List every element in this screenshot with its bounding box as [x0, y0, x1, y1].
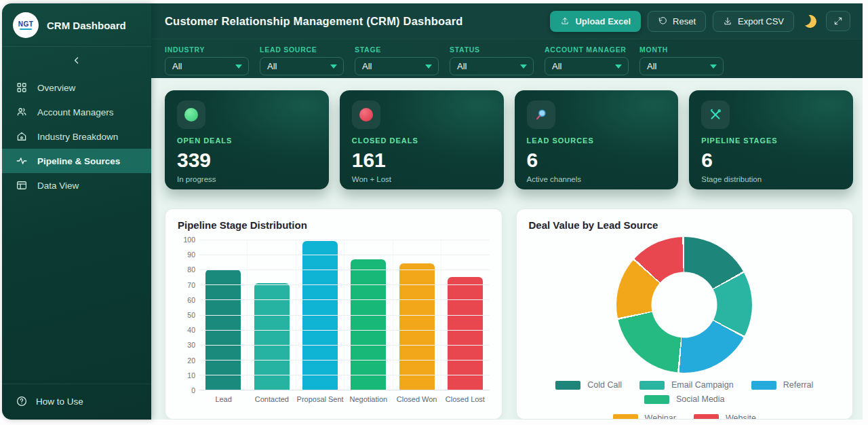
kpi-label: OPEN DEALS: [177, 136, 317, 145]
home-icon: [16, 130, 28, 143]
sidebar-item-label: Overview: [37, 83, 75, 93]
stage-select[interactable]: All: [355, 57, 439, 75]
sidebar-item-data-view[interactable]: Data View: [2, 173, 151, 198]
y-tick-label: 70: [187, 281, 195, 289]
caret-down-icon: [425, 64, 432, 69]
top-bar: Customer Relationship Management (CRM) D…: [151, 3, 863, 39]
kpi-value: 6: [701, 149, 841, 172]
gridline: [199, 270, 490, 270]
charts-row: Pipeline Stage Distribution 010203040506…: [165, 208, 853, 420]
kpi-label: LEAD SOURCES: [527, 136, 667, 145]
y-tick-label: 80: [187, 265, 195, 274]
caret-down-icon: [330, 64, 337, 69]
legend-label: Referral: [783, 380, 813, 390]
legend-swatch: [555, 381, 580, 390]
filter-label: INDUSTRY: [165, 45, 249, 54]
pipeline-stage-chart-card: Pipeline Stage Distribution 010203040506…: [165, 208, 502, 420]
how-to-use-button[interactable]: How to Use: [2, 384, 151, 420]
bar-y-axis: 0102030405060708090100: [178, 240, 199, 390]
filter-status: STATUS All: [450, 44, 534, 78]
kpi-icon-chip: [701, 100, 730, 129]
crm-app: NGT CRM Dashboard Overview Account Manag…: [2, 3, 863, 420]
page-title: Customer Relationship Management (CRM) D…: [165, 15, 463, 28]
filter-label: ACCOUNT MANAGER: [545, 45, 629, 54]
legend-swatch: [613, 414, 638, 420]
gridline: [199, 315, 490, 316]
chart-title: Pipeline Stage Distribution: [178, 219, 490, 231]
filter-label: LEAD SOURCE: [260, 45, 344, 54]
y-tick-label: 50: [187, 311, 195, 319]
filter-bar: INDUSTRY All LEAD SOURCE All STAGE All S…: [151, 39, 863, 78]
x-tick-label: Proposal Sent: [296, 395, 344, 403]
export-csv-button[interactable]: Export CSV: [713, 11, 794, 32]
legend-item-referral[interactable]: Referral: [751, 380, 813, 390]
fullscreen-button[interactable]: [826, 11, 850, 31]
sidebar-item-account-managers[interactable]: Account Managers: [2, 100, 151, 124]
kpi-icon-chip: [527, 100, 555, 129]
bar-closed-lost[interactable]: [448, 277, 483, 390]
industry-select[interactable]: All: [165, 57, 249, 75]
gridline: [199, 345, 490, 346]
gridline: [199, 255, 490, 255]
filter-lead-source: LEAD SOURCE All: [260, 44, 344, 78]
bar-negotiation[interactable]: [351, 259, 386, 390]
sidebar-item-overview[interactable]: Overview: [2, 75, 151, 100]
legend-item-website[interactable]: Website: [694, 413, 756, 420]
reset-icon: [658, 16, 667, 26]
legend-label: Email Campaign: [671, 380, 734, 390]
legend-item-webinar[interactable]: Webinar: [613, 413, 676, 420]
filter-account-manager: ACCOUNT MANAGER All: [545, 44, 629, 78]
y-tick-label: 40: [187, 326, 195, 334]
legend-swatch: [694, 414, 719, 420]
magnifier-icon: [534, 108, 548, 122]
lead-source-select[interactable]: All: [260, 57, 344, 75]
sidebar-item-label: Industry Breakdown: [37, 132, 118, 142]
sidebar-item-label: Pipeline & Sources: [37, 156, 120, 166]
bar-proposal-sent[interactable]: [302, 241, 338, 390]
sidebar-item-pipeline-sources[interactable]: Pipeline & Sources: [2, 149, 151, 173]
upload-excel-label: Upload Excel: [575, 16, 631, 26]
expand-arrows-icon: [833, 16, 843, 26]
selected-value: All: [362, 61, 372, 71]
filter-label: STATUS: [450, 45, 534, 54]
sidebar-item-industry-breakdown[interactable]: Industry Breakdown: [2, 124, 151, 149]
legend-item-cold-call[interactable]: Cold Call: [555, 380, 622, 390]
reset-label: Reset: [673, 16, 696, 26]
green-dot-icon: [184, 108, 198, 122]
theme-toggle-moon-icon[interactable]: [802, 13, 818, 29]
account-manager-select[interactable]: All: [545, 57, 629, 75]
selected-value: All: [647, 61, 656, 71]
side-footer-label: How to Use: [36, 396, 83, 407]
gridline: [199, 360, 490, 361]
caret-down-icon: [710, 64, 717, 69]
bar-closed-won[interactable]: [399, 263, 435, 390]
selected-value: All: [267, 61, 277, 71]
brand: NGT CRM Dashboard: [2, 3, 151, 47]
gridline: [199, 284, 490, 285]
donut-legend: Cold CallEmail CampaignReferralSocial Me…: [529, 380, 841, 420]
x-tick-label: Lead: [199, 395, 248, 403]
sidebar-nav: Overview Account Managers Industry Break…: [2, 75, 151, 198]
month-select[interactable]: All: [639, 57, 724, 75]
gridline: [199, 299, 490, 300]
reset-button[interactable]: Reset: [648, 11, 706, 32]
filter-label: MONTH: [639, 45, 724, 54]
status-select[interactable]: All: [450, 57, 534, 75]
table-icon: [16, 179, 28, 191]
y-tick-label: 10: [187, 371, 195, 380]
sidebar-collapse-button[interactable]: [2, 47, 151, 73]
legend-item-social-media[interactable]: Social Media: [644, 394, 725, 404]
filter-stage: STAGE All: [355, 44, 439, 78]
y-tick-label: 30: [187, 341, 195, 349]
selected-value: All: [172, 61, 182, 71]
y-tick-label: 0: [191, 386, 195, 394]
legend-label: Website: [726, 413, 756, 420]
deal-value-chart-card: Deal Value by Lead Source Cold CallEmail…: [516, 208, 854, 420]
tools-icon: [709, 108, 722, 122]
selected-value: All: [457, 61, 467, 71]
upload-excel-button[interactable]: Upload Excel: [550, 11, 641, 32]
donut-chart[interactable]: [616, 237, 752, 373]
legend-swatch: [639, 381, 665, 390]
download-icon: [723, 16, 732, 26]
legend-item-email-campaign[interactable]: Email Campaign: [639, 380, 734, 390]
